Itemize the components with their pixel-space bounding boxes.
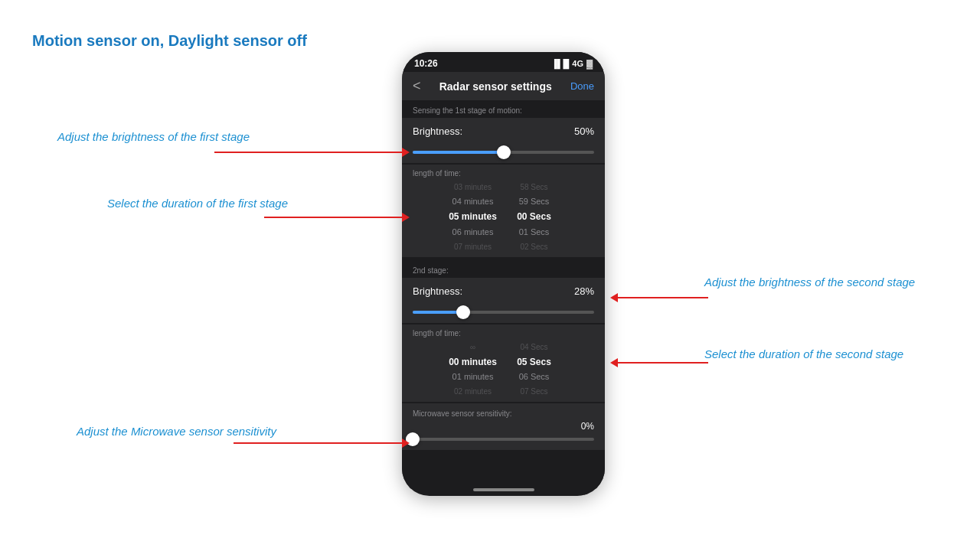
stage1-time-row-4-min: 07 minutes bbox=[454, 240, 492, 254]
battery-icon: ▓ bbox=[586, 59, 593, 68]
stage2-time-row-3-sec: 07 Secs bbox=[520, 385, 547, 399]
stage1-time-row-1-sec: 59 Secs bbox=[519, 194, 550, 209]
stage1-time-row-2-sec[interactable]: 00 Secs bbox=[517, 209, 551, 225]
stage1-slider-thumb[interactable] bbox=[497, 145, 511, 159]
phone-mockup: 10:26 ▐▌█ 4G ▓ < Radar sensor settings D… bbox=[402, 52, 605, 496]
nav-title: Radar sensor settings bbox=[439, 80, 552, 93]
status-icons: ▐▌█ 4G ▓ bbox=[551, 59, 593, 68]
stage1-time-row-3-sec: 01 Secs bbox=[519, 225, 550, 240]
stage2-minutes-col: ∞ 00 minutes 01 minutes 02 minutes bbox=[443, 341, 504, 399]
stage1-time-picker[interactable]: 03 minutes 04 minutes 05 minutes 06 minu… bbox=[402, 179, 605, 257]
stage2-time-row-2-sec: 06 Secs bbox=[519, 370, 550, 384]
arrow-microwave bbox=[234, 439, 410, 448]
annotation-brightness1: Adjust the brightness of the first stage bbox=[57, 129, 250, 145]
stage2-brightness-value: 28% bbox=[574, 285, 594, 297]
nav-bar: < Radar sensor settings Done bbox=[402, 72, 605, 100]
stage1-slider-container bbox=[402, 145, 605, 163]
stage1-secs-col: 58 Secs 59 Secs 00 Secs 01 Secs 02 Secs bbox=[504, 181, 565, 254]
stage2-time-row-1-min[interactable]: 00 minutes bbox=[449, 354, 497, 370]
stage2-brightness-label: Brightness: bbox=[413, 285, 462, 297]
arrow-duration2 bbox=[610, 358, 708, 367]
annotation-duration2: Select the duration of the second stage bbox=[704, 346, 903, 362]
network-label: 4G bbox=[572, 59, 583, 68]
arrow-brightness1 bbox=[214, 148, 410, 157]
stage1-time-row-1-min: 04 minutes bbox=[452, 194, 494, 209]
microwave-slider-container bbox=[402, 433, 605, 450]
done-button[interactable]: Done bbox=[570, 80, 594, 92]
stage1-time-row-3-min: 06 minutes bbox=[452, 225, 494, 240]
arrow-duration1 bbox=[264, 213, 410, 222]
stage1-brightness-row: Brightness: 50% bbox=[402, 118, 605, 145]
stage2-slider-thumb[interactable] bbox=[456, 305, 470, 319]
stage1-slider-track[interactable] bbox=[413, 151, 594, 154]
stage2-time-picker[interactable]: ∞ 00 minutes 01 minutes 02 minutes 04 Se… bbox=[402, 339, 605, 402]
stage2-time-row-0-sec: 04 Secs bbox=[520, 341, 547, 354]
stage1-brightness-label: Brightness: bbox=[413, 126, 462, 137]
stage2-time-picker-section: length of time: ∞ 00 minutes 01 minutes … bbox=[402, 324, 605, 402]
stage1-time-row-0-min: 03 minutes bbox=[454, 181, 492, 194]
stage1-time-row-2-min[interactable]: 05 minutes bbox=[449, 209, 497, 225]
microwave-slider-track[interactable] bbox=[413, 438, 594, 441]
stage2-time-row-2-min: 01 minutes bbox=[452, 370, 494, 384]
stage2-slider-container bbox=[402, 305, 605, 323]
microwave-section: Microwave sensor sensitivity: 0% bbox=[402, 403, 605, 450]
status-time: 10:26 bbox=[414, 58, 438, 69]
stage2-brightness-row: Brightness: 28% bbox=[402, 278, 605, 305]
annotation-microwave: Adjust the Microwave sensor sensitivity bbox=[77, 423, 276, 439]
microwave-label: Microwave sensor sensitivity: bbox=[402, 403, 605, 421]
arrow-brightness2 bbox=[610, 293, 708, 302]
stage1-time-row-4-sec: 02 Secs bbox=[520, 240, 547, 254]
stage2-time-label: length of time: bbox=[402, 324, 605, 339]
signal-icon: ▐▌█ bbox=[551, 59, 569, 68]
microwave-value: 0% bbox=[402, 421, 605, 433]
stage1-slider-fill bbox=[413, 151, 504, 154]
stage1-time-label: length of time: bbox=[402, 165, 605, 179]
stage2-time-row-0-min: ∞ bbox=[470, 341, 475, 354]
stage1-brightness-value: 50% bbox=[574, 126, 594, 137]
stage2-time-row-3-min: 02 minutes bbox=[454, 385, 492, 399]
status-bar: 10:26 ▐▌█ 4G ▓ bbox=[402, 52, 605, 72]
stage1-section-label: Sensing the 1st stage of motion: bbox=[402, 100, 605, 118]
annotation-brightness2: Adjust the brightness of the second stag… bbox=[704, 274, 915, 290]
back-button[interactable]: < bbox=[413, 78, 421, 94]
annotation-duration1: Select the duration of the first stage bbox=[107, 195, 288, 211]
stage1-time-picker-section: length of time: 03 minutes 04 minutes 05… bbox=[402, 165, 605, 257]
stage2-section-label: 2nd stage: bbox=[402, 262, 605, 278]
stage2-time-row-1-sec[interactable]: 05 Secs bbox=[517, 354, 551, 370]
phone-content: Sensing the 1st stage of motion: Brightn… bbox=[402, 100, 605, 489]
page-title: Motion sensor on, Daylight sensor off bbox=[32, 32, 307, 50]
stage2-slider-track[interactable] bbox=[413, 311, 594, 314]
stage2-secs-col: 04 Secs 05 Secs 06 Secs 07 Secs bbox=[504, 341, 565, 399]
home-indicator bbox=[473, 488, 534, 491]
stage1-minutes-col: 03 minutes 04 minutes 05 minutes 06 minu… bbox=[443, 181, 504, 254]
stage1-time-row-0-sec: 58 Secs bbox=[520, 181, 547, 194]
